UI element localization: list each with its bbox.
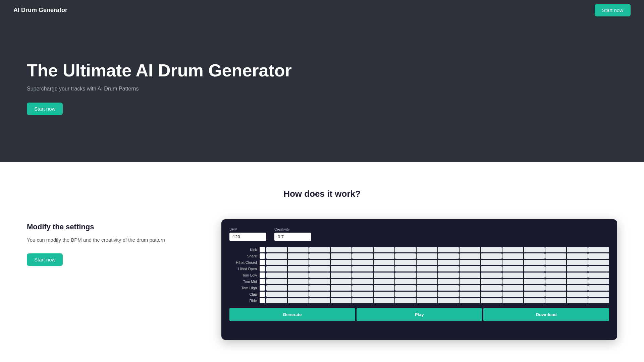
drum-cell[interactable] <box>567 285 588 291</box>
drum-cell[interactable] <box>352 260 373 265</box>
drum-cell[interactable] <box>395 266 416 272</box>
drum-cell[interactable] <box>352 285 373 291</box>
drum-cell[interactable] <box>288 266 309 272</box>
drum-cell[interactable] <box>288 298 309 303</box>
drum-row-checkbox-hihat-closed[interactable] <box>260 260 265 265</box>
drum-cell[interactable] <box>352 298 373 303</box>
drum-cell[interactable] <box>524 292 545 297</box>
drum-cell[interactable] <box>395 253 416 259</box>
drum-cell[interactable] <box>331 247 352 252</box>
drum-cell[interactable] <box>309 279 330 284</box>
drum-cell[interactable] <box>266 260 287 265</box>
drum-cell[interactable] <box>524 253 545 259</box>
hero-start-now-button[interactable]: Start now <box>27 103 63 115</box>
drum-cell[interactable] <box>438 285 459 291</box>
drum-cell[interactable] <box>481 279 502 284</box>
drum-cell[interactable] <box>288 279 309 284</box>
drum-cell[interactable] <box>545 253 566 259</box>
drum-cell[interactable] <box>266 247 287 252</box>
drum-cell[interactable] <box>502 298 523 303</box>
drum-cell[interactable] <box>438 266 459 272</box>
drum-cell[interactable] <box>567 253 588 259</box>
drum-cell[interactable] <box>352 266 373 272</box>
drum-cell[interactable] <box>266 273 287 278</box>
drum-cell[interactable] <box>481 273 502 278</box>
drum-cell[interactable] <box>460 253 480 259</box>
drum-cell[interactable] <box>502 260 523 265</box>
drum-cell[interactable] <box>502 247 523 252</box>
drum-cell[interactable] <box>309 266 330 272</box>
drum-cell[interactable] <box>588 292 609 297</box>
drum-cell[interactable] <box>374 285 394 291</box>
drum-cell[interactable] <box>567 260 588 265</box>
drum-cell[interactable] <box>417 273 437 278</box>
drum-cell[interactable] <box>374 260 394 265</box>
drum-cell[interactable] <box>545 266 566 272</box>
drum-cell[interactable] <box>545 273 566 278</box>
drum-cell[interactable] <box>266 279 287 284</box>
drum-cell[interactable] <box>288 247 309 252</box>
drum-cell[interactable] <box>438 247 459 252</box>
drum-cell[interactable] <box>417 292 437 297</box>
drum-cell[interactable] <box>266 298 287 303</box>
drum-cell[interactable] <box>395 292 416 297</box>
drum-cell[interactable] <box>417 285 437 291</box>
drum-cell[interactable] <box>481 253 502 259</box>
drum-cell[interactable] <box>417 266 437 272</box>
drum-row-checkbox-tom-high[interactable] <box>260 285 265 291</box>
drum-cell[interactable] <box>588 260 609 265</box>
drum-cell[interactable] <box>460 285 480 291</box>
drum-cell[interactable] <box>309 253 330 259</box>
drum-cell[interactable] <box>374 298 394 303</box>
drum-cell[interactable] <box>331 279 352 284</box>
drum-cell[interactable] <box>374 279 394 284</box>
drum-cell[interactable] <box>374 253 394 259</box>
drum-cell[interactable] <box>588 253 609 259</box>
generate-button[interactable]: Generate <box>229 308 355 321</box>
nav-start-now-button[interactable]: Start now <box>595 4 631 16</box>
how-start-now-button[interactable]: Start now <box>27 253 63 266</box>
drum-cell[interactable] <box>481 247 502 252</box>
drum-cell[interactable] <box>524 247 545 252</box>
drum-cell[interactable] <box>567 298 588 303</box>
drum-cell[interactable] <box>438 292 459 297</box>
drum-row-checkbox-ride[interactable] <box>260 298 265 303</box>
drum-cell[interactable] <box>460 292 480 297</box>
drum-cell[interactable] <box>588 298 609 303</box>
drum-cell[interactable] <box>395 273 416 278</box>
drum-cell[interactable] <box>417 253 437 259</box>
drum-cell[interactable] <box>502 285 523 291</box>
drum-cell[interactable] <box>395 285 416 291</box>
drum-cell[interactable] <box>588 285 609 291</box>
drum-cell[interactable] <box>288 285 309 291</box>
drum-cell[interactable] <box>331 253 352 259</box>
drum-cell[interactable] <box>567 273 588 278</box>
drum-cell[interactable] <box>588 279 609 284</box>
drum-cell[interactable] <box>502 292 523 297</box>
drum-cell[interactable] <box>588 266 609 272</box>
drum-cell[interactable] <box>460 247 480 252</box>
drum-cell[interactable] <box>266 285 287 291</box>
drum-cell[interactable] <box>395 279 416 284</box>
drum-cell[interactable] <box>352 279 373 284</box>
drum-cell[interactable] <box>481 298 502 303</box>
download-button[interactable]: Download <box>483 308 609 321</box>
drum-cell[interactable] <box>417 247 437 252</box>
drum-cell[interactable] <box>309 247 330 252</box>
drum-cell[interactable] <box>309 292 330 297</box>
drum-cell[interactable] <box>481 266 502 272</box>
drum-cell[interactable] <box>374 292 394 297</box>
drum-cell[interactable] <box>567 266 588 272</box>
drum-cell[interactable] <box>266 253 287 259</box>
drum-row-checkbox-hihat-open[interactable] <box>260 266 265 272</box>
drum-cell[interactable] <box>374 273 394 278</box>
drum-cell[interactable] <box>567 292 588 297</box>
drum-cell[interactable] <box>524 273 545 278</box>
drum-cell[interactable] <box>524 285 545 291</box>
drum-cell[interactable] <box>502 279 523 284</box>
drum-cell[interactable] <box>417 298 437 303</box>
drum-cell[interactable] <box>309 285 330 291</box>
drum-cell[interactable] <box>460 273 480 278</box>
drum-cell[interactable] <box>352 247 373 252</box>
drum-cell[interactable] <box>588 247 609 252</box>
